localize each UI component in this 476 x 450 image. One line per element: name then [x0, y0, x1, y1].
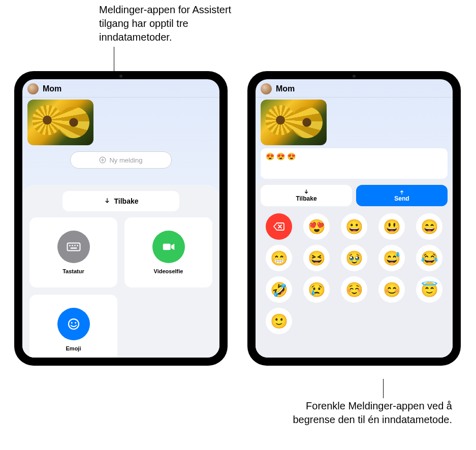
emoji-key[interactable]: 😊 — [378, 276, 405, 303]
compose-input[interactable]: 😍 😍 😍 — [261, 148, 448, 179]
svg-rect-5 — [77, 245, 78, 246]
emoji-key[interactable]: 😀 — [341, 213, 367, 240]
contact-name: Mom — [43, 84, 61, 93]
avatar — [261, 83, 272, 94]
keyboard-input-card[interactable]: Tastatur — [29, 217, 117, 287]
video-selfie-label: Videoselfie — [154, 268, 183, 274]
emoji-key[interactable]: ☺️ — [341, 276, 367, 303]
emoji-icon — [57, 308, 90, 340]
received-image-message[interactable] — [27, 100, 93, 145]
emoji-key[interactable]: 😃 — [378, 213, 405, 240]
callout-line-bottom — [383, 379, 384, 398]
arrow-down-icon — [303, 189, 309, 195]
video-icon — [152, 231, 185, 263]
emoji-key[interactable]: 🤣 — [266, 276, 292, 303]
svg-point-8 — [69, 319, 79, 329]
keyboard-label: Tastatur — [62, 268, 84, 274]
emoji-key[interactable]: 😍 — [303, 213, 330, 240]
ipad-right: Mom 😍 😍 😍 Tilbake Send 😍 — [247, 71, 461, 366]
conversation-header: Mom — [256, 79, 453, 98]
svg-point-10 — [75, 322, 76, 324]
emoji-key[interactable]: 🥹 — [341, 245, 367, 271]
screen-right: Mom 😍 😍 😍 Tilbake Send 😍 — [256, 79, 453, 358]
callout-bottom: Forenkle Meldinger-appen ved å begrense … — [279, 399, 452, 427]
emoji-key[interactable]: 😇 — [416, 276, 442, 303]
arrow-down-icon — [104, 198, 111, 205]
emoji-key[interactable]: 😄 — [416, 213, 442, 240]
svg-rect-6 — [70, 247, 77, 249]
emoji-input-card[interactable]: Emoji — [29, 295, 117, 358]
send-label: Send — [394, 195, 409, 202]
contact-name: Mom — [276, 84, 295, 93]
arrow-up-icon — [399, 189, 405, 195]
new-message-field[interactable]: Ny melding — [70, 151, 172, 169]
svg-rect-4 — [74, 245, 76, 246]
new-message-label: Ny melding — [109, 156, 142, 164]
emoji-key[interactable]: 😅 — [378, 245, 405, 271]
plus-bubble-icon — [99, 156, 106, 164]
emoji-key[interactable]: 😢 — [303, 276, 330, 303]
svg-rect-3 — [72, 245, 73, 246]
emoji-key[interactable]: 😆 — [303, 245, 330, 271]
compose-value: 😍 😍 😍 — [266, 152, 296, 160]
send-button[interactable]: Send — [356, 185, 448, 206]
emoji-grid: 😍 😀 😃 😄 😁 😆 🥹 😅 😂 🤣 😢 ☺️ 😊 😇 🙂 — [256, 210, 453, 341]
svg-rect-1 — [67, 243, 80, 251]
avatar — [27, 83, 39, 94]
svg-rect-2 — [69, 245, 71, 246]
svg-point-9 — [71, 322, 72, 324]
back-button[interactable]: Tilbake — [261, 185, 352, 206]
emoji-key[interactable]: 😁 — [266, 245, 292, 271]
input-method-grid: Tastatur Videoselfie Emoji — [29, 217, 212, 358]
delete-button[interactable] — [266, 213, 292, 240]
emoji-keyboard-panel: Tilbake Send 😍 😀 😃 😄 😁 😆 🥹 😅 — [256, 180, 453, 358]
input-panel: Tilbake Tastatur Videoselfie — [22, 185, 219, 358]
back-label: Tilbake — [114, 197, 139, 205]
callout-top: Meldinger-appen for Assistert tilgang ha… — [99, 3, 262, 44]
keyboard-icon — [57, 231, 90, 263]
emoji-key[interactable]: 😂 — [416, 245, 442, 271]
back-label: Tilbake — [296, 195, 316, 202]
control-row: Tilbake Send — [256, 185, 453, 206]
screen-left: Mom Ny melding Tilbake Tastatur — [22, 79, 219, 358]
back-button[interactable]: Tilbake — [62, 191, 179, 211]
emoji-key[interactable]: 🙂 — [266, 308, 292, 334]
ipad-left: Mom Ny melding Tilbake Tastatur — [14, 71, 228, 366]
conversation-header: Mom — [22, 79, 219, 98]
callout-line-top — [114, 47, 114, 71]
emoji-label: Emoji — [66, 345, 81, 351]
video-selfie-input-card[interactable]: Videoselfie — [124, 217, 212, 287]
svg-rect-7 — [163, 244, 170, 250]
received-image-message[interactable] — [261, 100, 327, 145]
backspace-icon — [273, 220, 285, 233]
